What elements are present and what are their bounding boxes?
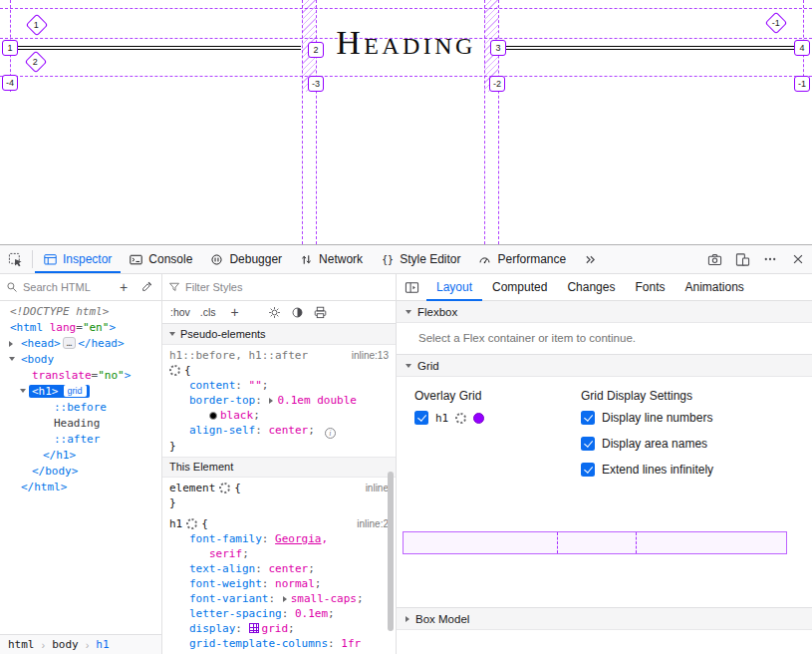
expand-twisty-icon[interactable] <box>9 357 15 361</box>
pick-element-icon <box>8 252 23 267</box>
pick-element-button[interactable] <box>0 245 30 273</box>
close-devtools-button[interactable] <box>784 245 812 273</box>
grid-line-number-marker: 1 <box>2 40 18 56</box>
expand-shorthand-icon[interactable] <box>283 596 287 602</box>
tab-inspector[interactable]: Inspector <box>35 245 121 273</box>
grid-settings-gear-icon[interactable] <box>455 413 466 424</box>
selected-node-highlight: <h1>grid <box>29 385 90 398</box>
markup-line[interactable]: </h1> <box>0 448 161 464</box>
css-declaration[interactable]: letter-spacing: 0.1em; <box>169 606 389 621</box>
tab-network[interactable]: Network <box>291 245 372 273</box>
css-declaration[interactable]: border-top: 0.1em double <box>169 393 389 408</box>
tab-debugger[interactable]: Debugger <box>201 245 291 273</box>
tab-animations[interactable]: Animations <box>675 274 753 300</box>
three-pane-toggle-button[interactable] <box>397 274 426 300</box>
code-token: ; <box>315 577 322 590</box>
display-line-numbers-checkbox[interactable] <box>581 411 595 425</box>
devtools-menu-button[interactable] <box>756 245 784 273</box>
add-rule-button[interactable]: + <box>226 303 244 321</box>
extend-lines-infinitely-checkbox[interactable] <box>581 463 595 477</box>
markup-line[interactable]: <!DOCTYPE html> <box>0 304 161 320</box>
markup-line[interactable]: <body <box>0 352 161 368</box>
box-model-accordion-header[interactable]: Box Model <box>397 608 812 630</box>
grid-outline-preview[interactable] <box>403 531 787 554</box>
more-tabs-button[interactable] <box>575 245 605 273</box>
css-declaration[interactable]: display: grid; <box>169 621 389 636</box>
search-html-input[interactable] <box>23 281 110 293</box>
css-declaration[interactable]: font-weight: normal; <box>169 576 389 591</box>
rule-settings-gear-icon[interactable] <box>169 365 180 376</box>
breadcrumb-item-h1[interactable]: h1 <box>96 638 109 651</box>
breadcrumb-item-body[interactable]: body <box>52 638 79 651</box>
css-declaration[interactable]: text-align: center; <box>169 561 389 576</box>
print-media-icon[interactable] <box>314 306 327 319</box>
expand-twisty-icon[interactable] <box>9 341 13 347</box>
markup-tree: <!DOCTYPE html><html lang="en"><head>…</… <box>0 301 161 634</box>
css-declaration[interactable]: content: ""; <box>169 378 389 393</box>
rule-settings-gear-icon[interactable] <box>186 518 197 529</box>
tab-changes[interactable]: Changes <box>557 274 625 300</box>
markup-line[interactable]: ::after <box>0 432 161 448</box>
color-scheme-dark-icon[interactable] <box>291 306 304 319</box>
devtools-tabs: Inspector Console Debugger Network {} St… <box>35 245 605 273</box>
markup-line[interactable]: ::before <box>0 400 161 416</box>
grid-highlighter-toggle-icon[interactable] <box>249 623 259 633</box>
accordion-title: Grid <box>417 360 439 372</box>
css-declaration[interactable]: font-family: Georgia, <box>169 531 389 546</box>
performance-icon <box>478 253 491 266</box>
markup-line[interactable]: </html> <box>0 480 161 495</box>
color-scheme-light-icon[interactable] <box>268 306 281 319</box>
markup-line[interactable]: <head>…</head> <box>0 336 161 352</box>
markup-line[interactable]: translate="no"> <box>0 368 161 384</box>
grid-badge[interactable]: grid <box>64 385 87 397</box>
rule-source-link[interactable]: inline <box>366 481 389 495</box>
code-token: : <box>262 532 275 545</box>
color-swatch-black[interactable] <box>209 412 217 420</box>
grid-overlay-checkbox[interactable] <box>414 411 428 425</box>
code-token: </head> <box>78 337 124 350</box>
rule-source-link[interactable]: inline:2 <box>357 516 389 531</box>
css-declaration[interactable]: grid-template-columns: 1fr <box>169 636 389 651</box>
grid-color-swatch[interactable] <box>473 413 484 424</box>
filter-styles-input[interactable] <box>185 281 390 293</box>
screenshot-button[interactable] <box>700 245 728 273</box>
eyedropper-button[interactable] <box>137 278 155 296</box>
add-node-button[interactable]: + <box>115 278 133 296</box>
rule-selector-line[interactable]: element{inline <box>169 481 389 495</box>
flexbox-accordion-header[interactable]: Flexbox <box>397 301 812 323</box>
tab-console[interactable]: Console <box>121 245 201 273</box>
markup-line[interactable]: <html lang="en"> <box>0 320 161 336</box>
css-declaration[interactable]: black; <box>169 408 389 423</box>
rule-source-link[interactable]: inline:13 <box>352 348 389 363</box>
class-toggle[interactable]: .cls <box>200 306 216 318</box>
expand-twisty-icon[interactable] <box>20 389 26 393</box>
markup-line[interactable]: </body> <box>0 464 161 480</box>
responsive-design-mode-icon <box>735 252 750 267</box>
markup-line[interactable]: Heading <box>0 416 161 432</box>
css-declaration[interactable]: serif; <box>169 546 389 561</box>
scrollbar-thumb[interactable] <box>388 472 394 631</box>
rule-selector-line[interactable]: h1::before, h1::afterinline:13 <box>169 348 389 363</box>
code-token: : <box>235 379 248 392</box>
rule-settings-gear-icon[interactable] <box>219 483 230 493</box>
css-declaration[interactable]: align-self: center; <box>169 423 389 439</box>
css-declaration[interactable]: font-variant: small-caps; <box>169 591 389 606</box>
code-token: <head> <box>21 337 61 350</box>
inactive-css-info-icon[interactable] <box>325 428 336 439</box>
tab-fonts[interactable]: Fonts <box>625 274 675 300</box>
tab-performance[interactable]: Performance <box>469 245 575 273</box>
markup-line[interactable]: <h1>grid <box>0 384 161 400</box>
pseudo-class-toggle[interactable]: :hov <box>170 306 190 318</box>
breadcrumb-item-html[interactable]: html <box>8 638 35 651</box>
rule-selector-line[interactable]: h1{inline:2 <box>169 516 389 531</box>
responsive-design-mode-button[interactable] <box>728 245 756 273</box>
section-header-pseudo-elements[interactable]: Pseudo-elements <box>162 324 396 345</box>
tab-style-editor[interactable]: {} Style Editor <box>372 245 469 273</box>
filter-icon <box>168 281 180 293</box>
tab-layout[interactable]: Layout <box>426 274 482 300</box>
grid-accordion-header[interactable]: Grid <box>397 355 812 377</box>
tab-computed[interactable]: Computed <box>482 274 557 300</box>
expand-shorthand-icon[interactable] <box>269 398 273 404</box>
display-area-names-checkbox[interactable] <box>581 437 595 451</box>
style-editor-icon: {} <box>381 253 394 266</box>
